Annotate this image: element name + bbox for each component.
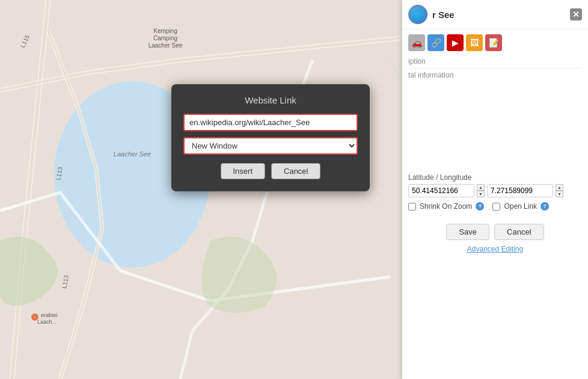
modal-title: Website Link bbox=[183, 95, 358, 105]
url-input[interactable] bbox=[183, 114, 358, 131]
insert-button[interactable]: Insert bbox=[221, 163, 266, 179]
cancel-modal-button[interactable]: Cancel bbox=[271, 163, 320, 179]
target-select[interactable]: New Window Same Window bbox=[183, 137, 358, 155]
website-link-modal: Website Link New Window Same Window Inse… bbox=[171, 84, 370, 191]
modal-buttons: Insert Cancel bbox=[183, 163, 358, 179]
modal-overlay: Website Link New Window Same Window Inse… bbox=[0, 0, 588, 379]
